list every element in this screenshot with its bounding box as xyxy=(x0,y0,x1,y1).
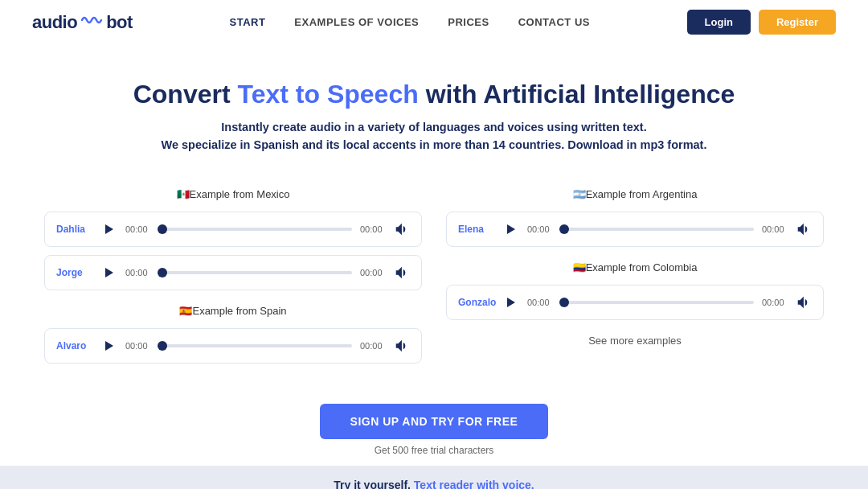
player-jorge-name: Jorge xyxy=(56,267,92,278)
dahlia-time-end: 00:00 xyxy=(360,224,384,234)
logo-bot-text: bot xyxy=(106,12,133,33)
alvaro-time-end: 00:00 xyxy=(360,341,384,351)
jorge-progress[interactable] xyxy=(158,271,352,274)
jorge-time-start: 00:00 xyxy=(125,268,149,277)
hero-heading: Convert Text to Speech with Artificial I… xyxy=(16,80,852,109)
right-section2-label: 🇨🇴Example from Colombia xyxy=(446,261,824,273)
cta-section: SIGN UP AND TRY FOR FREE Get 500 free tr… xyxy=(0,388,868,466)
header: audio bot START EXAMPLES OF VOICES PRICE… xyxy=(0,0,868,44)
alvaro-time-start: 00:00 xyxy=(125,341,149,351)
left-section1-label: 🇲🇽Example from Mexico xyxy=(44,188,422,200)
svg-marker-3 xyxy=(507,224,515,234)
player-dahlia-name: Dahlia xyxy=(56,224,92,235)
nav-contact[interactable]: CONTACT US xyxy=(518,16,590,28)
alvaro-thumb[interactable] xyxy=(158,341,167,351)
main-nav: START EXAMPLES OF VOICES PRICES CONTACT … xyxy=(229,16,589,28)
cta-sub-label: Get 500 free trial characters xyxy=(16,445,852,456)
logo: audio bot xyxy=(32,11,133,33)
footer-text-pre: Try it yourself. xyxy=(334,479,414,489)
player-elena-name: Elena xyxy=(458,224,493,235)
player-dahlia: Dahlia 00:00 00:00 xyxy=(44,212,422,247)
play-button-elena[interactable] xyxy=(502,220,519,238)
dahlia-progress[interactable] xyxy=(158,228,352,231)
svg-marker-1 xyxy=(105,268,113,277)
left-section2-label: 🇪🇸Example from Spain xyxy=(44,305,422,317)
login-button[interactable]: Login xyxy=(687,10,751,35)
play-button-jorge[interactable] xyxy=(100,264,117,281)
hero-heading-post: with Artificial Intelligence xyxy=(419,80,735,109)
logo-text: audio xyxy=(32,12,77,33)
nav-examples[interactable]: EXAMPLES OF VOICES xyxy=(294,16,419,28)
play-button-alvaro[interactable] xyxy=(100,337,117,355)
nav-prices[interactable]: PRICES xyxy=(448,16,489,28)
play-button-gonzalo[interactable] xyxy=(502,294,519,311)
player-jorge: Jorge 00:00 00:00 xyxy=(44,255,422,290)
svg-marker-4 xyxy=(507,298,515,307)
player-alvaro: Alvaro 00:00 00:00 xyxy=(44,328,422,364)
svg-marker-0 xyxy=(105,224,113,234)
player-elena: Elena 00:00 00:00 xyxy=(446,212,824,247)
player-gonzalo: Gonzalo 00:00 00:00 xyxy=(446,285,824,320)
svg-marker-2 xyxy=(105,341,113,351)
play-button-dahlia[interactable] xyxy=(100,220,117,238)
dahlia-volume-icon[interactable] xyxy=(392,220,410,238)
gonzalo-time-end: 00:00 xyxy=(762,298,786,307)
right-players-col: 🇦🇷Example from Argentina Elena 00:00 00:… xyxy=(446,188,824,364)
players-section: 🇲🇽Example from Mexico Dahlia 00:00 00:00… xyxy=(0,172,868,388)
elena-thumb[interactable] xyxy=(559,224,569,234)
gonzalo-time-start: 00:00 xyxy=(527,298,551,307)
jorge-time-end: 00:00 xyxy=(360,268,384,277)
elena-time-start: 00:00 xyxy=(527,224,551,234)
signup-button[interactable]: SIGN UP AND TRY FOR FREE xyxy=(320,404,549,439)
elena-volume-icon[interactable] xyxy=(794,220,812,238)
left-players-col: 🇲🇽Example from Mexico Dahlia 00:00 00:00… xyxy=(44,188,422,364)
gonzalo-progress[interactable] xyxy=(559,301,754,304)
jorge-thumb[interactable] xyxy=(158,268,167,277)
footer-strip: Try it yourself. Text reader with voice. xyxy=(0,466,868,489)
gonzalo-volume-icon[interactable] xyxy=(794,294,812,311)
see-more-link[interactable]: See more examples xyxy=(446,335,824,347)
logo-wave-icon xyxy=(80,11,103,33)
hero-heading-pre: Convert xyxy=(133,80,238,109)
elena-time-end: 00:00 xyxy=(762,224,786,234)
hero-sub2: We specialize in Spanish and its local a… xyxy=(16,138,852,151)
alvaro-progress[interactable] xyxy=(158,344,352,347)
jorge-volume-icon[interactable] xyxy=(392,264,410,281)
hero-section: Convert Text to Speech with Artificial I… xyxy=(0,44,868,172)
dahlia-thumb[interactable] xyxy=(158,224,167,234)
player-alvaro-name: Alvaro xyxy=(56,340,92,351)
footer-text-highlight: Text reader with voice. xyxy=(414,479,534,489)
register-button[interactable]: Register xyxy=(759,10,836,35)
dahlia-time-start: 00:00 xyxy=(125,224,149,234)
right-section1-label: 🇦🇷Example from Argentina xyxy=(446,188,824,200)
gonzalo-thumb[interactable] xyxy=(559,298,569,307)
hero-sub1: Instantly create audio in a variety of l… xyxy=(16,121,852,134)
header-buttons: Login Register xyxy=(687,10,836,35)
hero-heading-highlight: Text to Speech xyxy=(238,80,419,109)
player-gonzalo-name: Gonzalo xyxy=(458,297,493,308)
elena-progress[interactable] xyxy=(559,228,754,231)
nav-start[interactable]: START xyxy=(229,16,265,28)
alvaro-volume-icon[interactable] xyxy=(392,337,410,355)
